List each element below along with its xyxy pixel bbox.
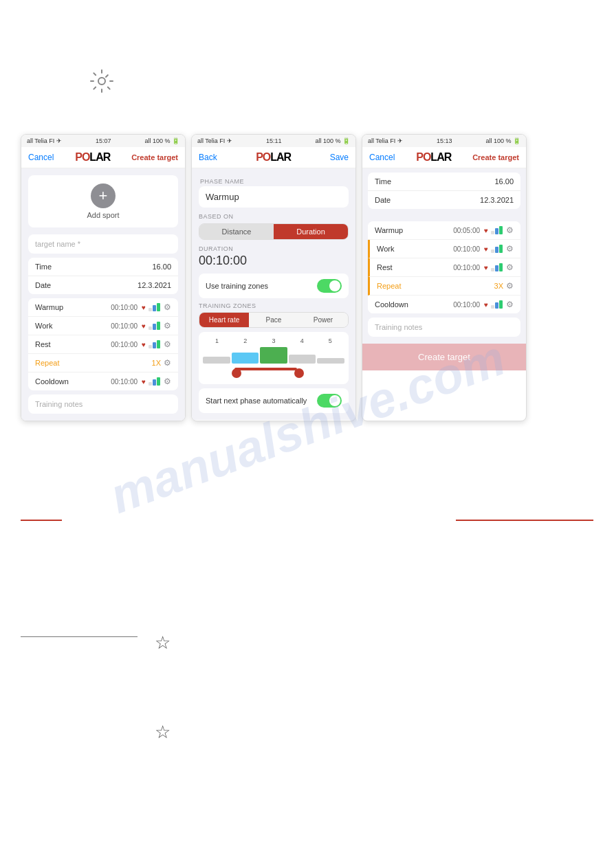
warmup-heart-icon-3: ♥ (484, 227, 488, 234)
cooldown-gear-3[interactable]: ⚙ (506, 300, 514, 309)
warmup-time-1: 00:10:00 (111, 304, 138, 311)
time-label: Time (35, 263, 52, 271)
carrier-3: all Telia FI ✈ (368, 137, 403, 144)
phones-container: all Telia FI ✈ 15:07 all 100 % 🔋 Cancel … (21, 134, 527, 421)
bottom-line-red-left (21, 520, 62, 521)
time-value: 16.00 (152, 263, 171, 271)
rest-time-1: 00:10:00 (111, 341, 138, 348)
rest-row-1[interactable]: Rest 00:10:00 ♥ ⚙ (28, 335, 178, 354)
date-field-row[interactable]: Date 12.3.2021 (28, 276, 178, 294)
training-notes-1[interactable]: Training notes (28, 394, 178, 414)
work-row-3[interactable]: Work 00:10:00 ♥ ⚙ (368, 240, 520, 258)
repeat-row-1[interactable]: Repeat 1X ⚙ (28, 354, 178, 372)
pace-tab-2[interactable]: Pace (249, 313, 298, 327)
polar-logo-3: POLAR (416, 151, 451, 164)
based-on-toggle-2: Distance Duration (199, 223, 349, 240)
status-bar-1: all Telia FI ✈ 15:07 all 100 % 🔋 (21, 135, 185, 147)
time-label-3: Time (375, 177, 391, 186)
warmup-row-1[interactable]: Warmup 00:10:00 ♥ ⚙ (28, 298, 178, 317)
training-zones-label-2: Training zones (199, 302, 349, 309)
gear-icon[interactable] (89, 69, 114, 96)
star-icon-bottom: ☆ (155, 722, 171, 743)
save-button-2[interactable]: Save (330, 153, 349, 162)
training-notes-3[interactable]: Training notes (368, 318, 520, 337)
repeat-count-3: 3X (494, 282, 503, 290)
work-gear-3[interactable]: ⚙ (506, 244, 514, 254)
cooldown-row-3[interactable]: Cooldown 00:10:00 ♥ ⚙ (368, 296, 520, 313)
warmup-row-3[interactable]: Warmup 00:05:00 ♥ ⚙ (368, 221, 520, 240)
phase-name-input-2[interactable]: Warmup (199, 186, 349, 208)
time-field-row-3[interactable]: Time 16.00 (368, 173, 520, 191)
battery-3: all 100 % 🔋 (485, 137, 520, 144)
bottom-line-red-right (456, 520, 593, 521)
add-sport-button[interactable]: + Add sport (28, 175, 178, 227)
next-phase-row-2[interactable]: Start next phase automatically (199, 388, 349, 413)
cooldown-row-1[interactable]: Cooldown 00:10:00 ♥ ⚙ (28, 372, 178, 390)
work-bar-1 (149, 322, 161, 330)
zones-tabs-2: Heart rate Pace Power (199, 312, 349, 328)
zone-slider-2[interactable] (204, 368, 343, 379)
nav-bar-2: Back POLAR Save (192, 147, 355, 168)
zone-num-5: 5 (329, 337, 332, 344)
work-row-1[interactable]: Work 00:10:00 ♥ ⚙ (28, 317, 178, 335)
screen3-body: Time 16.00 Date 12.3.2021 Warmup 00:05:0… (362, 168, 526, 370)
rest-gear-3[interactable]: ⚙ (506, 263, 514, 272)
zone-bars-container-2: 1 2 3 4 5 (199, 332, 349, 384)
cooldown-name-1: Cooldown (35, 377, 108, 386)
back-button-2[interactable]: Back (199, 153, 217, 162)
cooldown-gear-1[interactable]: ⚙ (164, 377, 171, 386)
rest-gear-1[interactable]: ⚙ (164, 340, 171, 349)
zone-num-2: 2 (243, 337, 247, 344)
repeat-label-3: Repeat (377, 282, 494, 290)
warmup-gear-3[interactable]: ⚙ (506, 225, 514, 235)
screen1-body: + Add sport target name * Time 16.00 Dat… (21, 168, 185, 421)
cancel-button-3[interactable]: Cancel (369, 153, 395, 162)
warmup-gear-1[interactable]: ⚙ (164, 302, 171, 312)
use-training-zones-row-2[interactable]: Use training zones (199, 274, 349, 298)
zone-bar-4 (289, 355, 316, 364)
time-1: 15:07 (96, 137, 111, 144)
time-date-wrapper-3: Time 16.00 Date 12.3.2021 (362, 168, 526, 217)
rest-row-3[interactable]: Rest 00:10:00 ♥ ⚙ (368, 258, 520, 277)
repeat-gear-3[interactable]: ⚙ (506, 281, 514, 291)
work-bar-3 (491, 245, 503, 253)
repeat-gear-1[interactable]: ⚙ (164, 358, 171, 368)
status-bar-2: all Telia FI ✈ 15:11 all 100 % 🔋 (192, 135, 355, 147)
cooldown-heart-icon-3: ♥ (484, 301, 488, 309)
use-training-zones-label-2: Use training zones (206, 282, 268, 290)
work-name-3: Work (377, 245, 450, 253)
distance-btn-2[interactable]: Distance (199, 224, 274, 239)
target-name-input[interactable]: target name * (28, 234, 178, 254)
nav-bar-3: Cancel POLAR Create target (362, 147, 526, 168)
power-tab-2[interactable]: Power (298, 313, 348, 327)
cooldown-time-1: 00:10:00 (111, 378, 138, 386)
heart-rate-tab-2[interactable]: Heart rate (199, 313, 249, 327)
zone-bar-5 (317, 358, 344, 364)
phases-group-1: Warmup 00:10:00 ♥ ⚙ Work 00:10:00 ♥ (28, 298, 178, 390)
next-phase-toggle-2[interactable] (317, 394, 342, 408)
svg-point-0 (98, 78, 105, 85)
phases-group-3: Warmup 00:05:00 ♥ ⚙ Work 00:10:00 ♥ (362, 217, 526, 341)
zone-slider-thumb-left-2[interactable] (232, 368, 241, 378)
rest-time-3: 00:10:00 (453, 264, 480, 271)
screen2-body: Phase name Warmup Based on Distance Dura… (192, 168, 355, 420)
status-bar-3: all Telia FI ✈ 15:13 all 100 % 🔋 (362, 135, 526, 147)
cancel-button-1[interactable]: Cancel (28, 153, 54, 162)
battery-2: all 100 % 🔋 (315, 137, 350, 144)
work-gear-1[interactable]: ⚙ (164, 321, 171, 331)
rest-bar-1 (149, 340, 161, 348)
rest-heart-icon-1: ♥ (142, 341, 146, 348)
zone-slider-thumb-right-2[interactable] (294, 368, 304, 378)
use-training-zones-toggle-2[interactable] (317, 279, 342, 293)
phases-list-3: Warmup 00:05:00 ♥ ⚙ Work 00:10:00 ♥ (368, 221, 520, 313)
add-sport-label: Add sport (87, 211, 119, 219)
duration-btn-2[interactable]: Duration (274, 224, 348, 239)
rest-name-3: Rest (377, 263, 450, 271)
date-label-3: Date (375, 196, 391, 204)
create-target-button-3[interactable]: Create target (362, 344, 526, 370)
time-field-row[interactable]: Time 16.00 (28, 258, 178, 276)
screen1: all Telia FI ✈ 15:07 all 100 % 🔋 Cancel … (21, 134, 186, 421)
repeat-row-3[interactable]: Repeat 3X ⚙ (368, 277, 520, 296)
date-field-row-3[interactable]: Date 12.3.2021 (368, 191, 520, 209)
zone-slider-track-2 (234, 368, 297, 370)
